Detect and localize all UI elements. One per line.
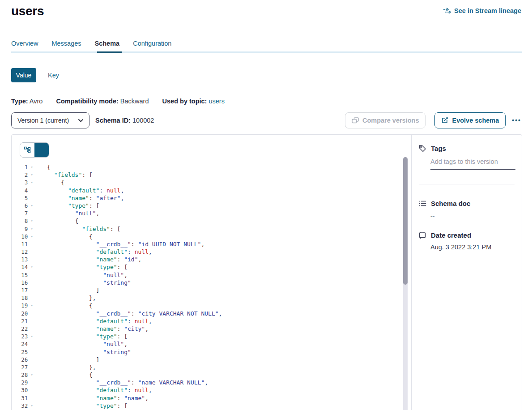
line-number: 3 [12, 179, 28, 186]
code-view-icon [45, 143, 49, 158]
code-text: { [36, 302, 93, 309]
line-number: 15 [12, 271, 28, 279]
code-text: "default": null, [36, 187, 124, 194]
line-number: 4 [12, 187, 28, 194]
tree-view-icon [24, 146, 31, 154]
fold-spacer [28, 194, 36, 202]
code-view-button[interactable] [34, 143, 49, 157]
fold-spacer [28, 386, 36, 394]
schema-panel: 1▾{2▾ "fields": [3▾ {4 "default": null,5… [11, 134, 522, 410]
code-line: 26 ] [12, 356, 411, 363]
code-line: 4 "default": null, [12, 187, 411, 194]
tab-schema[interactable]: Schema [95, 40, 120, 47]
code-text: "name": "id", [36, 256, 141, 263]
fold-spacer [28, 394, 36, 402]
fold-spacer [28, 187, 36, 194]
line-number: 12 [12, 248, 28, 256]
fold-spacer [28, 294, 36, 302]
line-number: 6 [12, 202, 28, 209]
code-text: "__crdb__": "id UUID NOT NULL", [36, 240, 204, 248]
fold-arrow-icon[interactable]: ▾ [28, 225, 36, 233]
editor-scrollbar-track[interactable] [403, 157, 408, 410]
tab-messages[interactable]: Messages [51, 40, 81, 47]
fold-spacer [28, 325, 36, 333]
code-line: 8▾ { [12, 217, 411, 225]
fold-spacer [28, 271, 36, 279]
code-line: 18 }, [12, 294, 411, 302]
fold-arrow-icon[interactable]: ▾ [28, 263, 36, 271]
line-number: 9 [12, 225, 28, 233]
line-number: 1 [12, 163, 28, 171]
code-text: "default": null, [36, 386, 152, 394]
code-line: 12 "default": null, [12, 248, 411, 256]
fold-arrow-icon[interactable]: ▾ [28, 233, 36, 240]
fold-arrow-icon[interactable]: ▾ [28, 217, 36, 225]
compare-versions-button[interactable]: Compare versions [345, 112, 426, 128]
fold-spacer [28, 248, 36, 256]
date-created-header: Date created [419, 231, 515, 239]
fold-spacer [28, 379, 36, 386]
compare-versions-icon [352, 117, 359, 124]
fold-arrow-icon[interactable]: ▾ [28, 171, 36, 179]
fold-spacer [28, 279, 36, 286]
line-number: 32 [12, 402, 28, 410]
evolve-schema-label: Evolve schema [452, 117, 499, 124]
value-tab-button[interactable]: Value [11, 68, 36, 82]
tree-view-button[interactable] [20, 143, 34, 157]
schema-doc-title: Schema doc [431, 200, 470, 207]
tab-overview[interactable]: Overview [11, 40, 38, 47]
code-line: 17 ] [12, 286, 411, 294]
tab-configuration[interactable]: Configuration [133, 40, 171, 47]
code-text: "type": [ [36, 333, 128, 340]
code-text: "default": null, [36, 317, 152, 325]
fold-arrow-icon[interactable]: ▾ [28, 333, 36, 340]
fold-arrow-icon[interactable]: ▾ [28, 402, 36, 410]
version-select[interactable]: Version 1 (current) [11, 112, 89, 128]
stream-lineage-link[interactable]: See in Stream lineage [443, 7, 521, 14]
line-number: 7 [12, 209, 28, 217]
code-text: ] [36, 286, 99, 294]
fold-arrow-icon[interactable]: ▾ [28, 163, 36, 171]
fold-spacer [28, 348, 36, 356]
schema-doc-value: -- [430, 213, 515, 220]
more-actions-button[interactable]: ••• [512, 117, 521, 124]
stream-lineage-icon [443, 8, 451, 14]
key-tab-link[interactable]: Key [48, 72, 59, 79]
code-line: 29 "__crdb__": "name VARCHAR NULL", [12, 379, 411, 386]
line-number: 24 [12, 340, 28, 348]
line-number: 29 [12, 379, 28, 386]
line-number: 21 [12, 317, 28, 325]
date-created-title: Date created [431, 231, 471, 239]
code-text: "type": [ [36, 402, 128, 410]
code-line: 1▾{ [12, 163, 411, 171]
code-line: 13 "name": "id", [12, 256, 411, 263]
code-text: "type": [ [36, 263, 128, 271]
code-text: "name": "name", [36, 394, 149, 402]
code-line: 24 "null", [12, 340, 411, 348]
fold-arrow-icon[interactable]: ▾ [28, 371, 36, 379]
line-number: 30 [12, 386, 28, 394]
editor-scrollbar-thumb[interactable] [403, 157, 408, 285]
code-text: "string" [36, 348, 131, 356]
fold-spacer [28, 310, 36, 317]
schema-code-section: 1▾{2▾ "fields": [3▾ {4 "default": null,5… [12, 135, 411, 410]
code-text: }, [36, 363, 96, 371]
code-text: { [36, 163, 51, 171]
code-line: 16 "string" [12, 279, 411, 286]
fold-arrow-icon[interactable]: ▾ [28, 202, 36, 209]
evolve-schema-button[interactable]: Evolve schema [434, 112, 506, 128]
line-number: 16 [12, 279, 28, 286]
code-lines: 1▾{2▾ "fields": [3▾ {4 "default": null,5… [12, 163, 411, 410]
line-number: 22 [12, 325, 28, 333]
date-created-value: Aug. 3 2022 3:21 PM [430, 243, 515, 251]
add-tags-input[interactable] [430, 158, 515, 170]
code-text: "null", [36, 209, 99, 217]
fold-spacer [28, 209, 36, 217]
fold-arrow-icon[interactable]: ▾ [28, 302, 36, 309]
code-line: 22 "name": "city", [12, 325, 411, 333]
code-text: { [36, 179, 64, 186]
compare-versions-label: Compare versions [362, 117, 419, 124]
code-line: 10▾ { [12, 233, 411, 240]
topic-link[interactable]: users [209, 98, 224, 105]
fold-arrow-icon[interactable]: ▾ [28, 179, 36, 186]
